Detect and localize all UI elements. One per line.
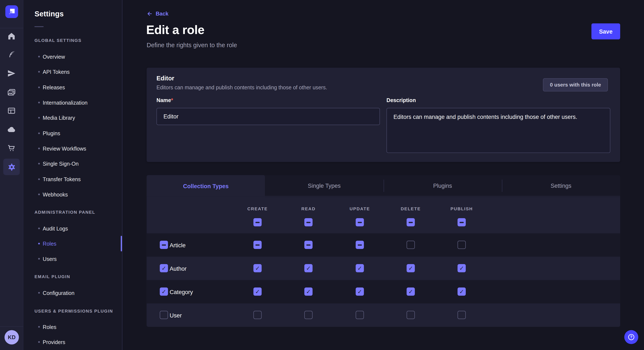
- row-checkbox-category[interactable]: [160, 288, 168, 296]
- sidebar-item-webhooks[interactable]: Webhooks: [24, 191, 122, 198]
- sidebar-item-roles-up[interactable]: Roles: [24, 323, 122, 331]
- sidebar-item-users[interactable]: Users: [24, 255, 122, 263]
- sidebar-item-audit-logs[interactable]: Audit Logs: [24, 225, 122, 232]
- bullet-icon: [38, 341, 40, 343]
- sidebar-item-configuration[interactable]: Configuration: [24, 289, 122, 297]
- name-label: Name*: [156, 97, 173, 103]
- cloud-icon[interactable]: [3, 121, 20, 138]
- permissions-tabbar: Collection Types Single Types Plugins Se…: [146, 175, 620, 196]
- tab-divider: [502, 180, 502, 192]
- bullet-icon: [38, 258, 40, 260]
- master-checkbox-update[interactable]: [356, 218, 364, 226]
- table-row-article: Article: [146, 233, 620, 257]
- sidebar-item-internationalization[interactable]: Internationalization: [24, 99, 122, 106]
- checkbox-author-update[interactable]: [356, 264, 364, 272]
- bullet-icon: [38, 133, 40, 134]
- save-button[interactable]: Save: [592, 23, 620, 39]
- row-checkbox-article[interactable]: [160, 241, 168, 249]
- tab-collection-types[interactable]: Collection Types: [146, 175, 265, 197]
- row-checkbox-author[interactable]: [160, 264, 168, 272]
- main-content: Back Edit a role Define the rights given…: [122, 0, 644, 350]
- sidebar-item-review-workflows[interactable]: Review Workflows: [24, 145, 122, 152]
- settings-sub-nav: Settings GLOBAL SETTINGS Overview API To…: [24, 0, 122, 350]
- subnav-title: Settings: [34, 10, 64, 18]
- tab-plugins[interactable]: Plugins: [383, 175, 502, 196]
- checkbox-category-delete[interactable]: [406, 288, 415, 296]
- checkbox-user-update[interactable]: [356, 311, 364, 319]
- settings-icon[interactable]: [3, 159, 20, 175]
- sidebar-item-single-sign-on[interactable]: Single Sign-On: [24, 160, 122, 167]
- main-nav: KD: [0, 0, 24, 350]
- sidebar-item-roles-admin[interactable]: Roles: [24, 240, 122, 247]
- checkbox-article-create[interactable]: [254, 241, 262, 249]
- column-header-publish: PUBLISH: [441, 206, 482, 211]
- checkbox-author-create[interactable]: [254, 264, 262, 272]
- page-subtitle: Define the rights given to the role: [146, 41, 237, 48]
- avatar[interactable]: KD: [4, 330, 19, 344]
- users-with-role-button[interactable]: 0 users with this role: [543, 78, 608, 91]
- bullet-icon: [38, 243, 40, 245]
- checkbox-user-publish[interactable]: [458, 311, 466, 319]
- description-textarea[interactable]: [386, 108, 610, 153]
- checkbox-author-delete[interactable]: [406, 264, 415, 272]
- home-icon[interactable]: [3, 28, 20, 44]
- sidebar-item-transfer-tokens[interactable]: Transfer Tokens: [24, 175, 122, 183]
- row-label: User: [170, 312, 182, 319]
- column-header-read: READ: [288, 206, 329, 211]
- checkbox-category-read[interactable]: [304, 288, 313, 296]
- bullet-icon: [38, 227, 40, 229]
- bullet-icon: [38, 292, 40, 294]
- checkbox-category-update[interactable]: [356, 288, 364, 296]
- checkbox-article-delete[interactable]: [406, 241, 415, 249]
- checkbox-user-delete[interactable]: [406, 311, 415, 319]
- checkbox-user-read[interactable]: [304, 311, 313, 319]
- row-checkbox-user[interactable]: [160, 311, 168, 319]
- checkbox-category-publish[interactable]: [458, 288, 466, 296]
- help-button[interactable]: ?: [624, 330, 638, 344]
- checkbox-author-publish[interactable]: [458, 264, 466, 272]
- tab-divider: [383, 180, 384, 192]
- marketplace-icon[interactable]: [3, 140, 20, 156]
- master-checkbox-create[interactable]: [254, 218, 262, 226]
- checkbox-article-update[interactable]: [356, 241, 364, 249]
- media-library-icon[interactable]: [3, 84, 20, 100]
- sidebar-item-overview[interactable]: Overview: [24, 53, 122, 60]
- row-label: Category: [170, 289, 193, 295]
- checkbox-user-create[interactable]: [254, 311, 262, 319]
- master-checkbox-read[interactable]: [304, 218, 313, 226]
- sidebar-item-plugins[interactable]: Plugins: [24, 130, 122, 137]
- checkbox-article-publish[interactable]: [458, 241, 466, 249]
- column-header-update: UPDATE: [339, 206, 380, 211]
- master-checkbox-publish[interactable]: [458, 218, 466, 226]
- strapi-logo[interactable]: [5, 5, 18, 18]
- bullet-icon: [38, 193, 40, 195]
- svg-text:?: ?: [630, 335, 632, 339]
- bullet-icon: [38, 117, 40, 119]
- table-row-user: User: [146, 303, 620, 327]
- tab-settings[interactable]: Settings: [502, 175, 620, 196]
- bullet-icon: [38, 87, 40, 88]
- avatar-initials: KD: [8, 334, 16, 341]
- sidebar-item-providers[interactable]: Providers: [24, 338, 122, 346]
- content-type-builder-icon[interactable]: [3, 46, 20, 63]
- section-email-plugin: EMAIL PLUGIN: [34, 274, 70, 279]
- role-title: Editor: [156, 75, 174, 82]
- checkbox-category-create[interactable]: [254, 288, 262, 296]
- section-global-settings: GLOBAL SETTINGS: [34, 38, 82, 42]
- name-input[interactable]: [156, 108, 380, 125]
- page-title: Edit a role: [146, 23, 204, 37]
- tab-single-types[interactable]: Single Types: [265, 175, 383, 196]
- deploy-icon[interactable]: [3, 65, 20, 82]
- back-arrow-icon: [146, 11, 153, 17]
- description-label: Description: [386, 97, 416, 103]
- checkbox-author-read[interactable]: [304, 264, 313, 272]
- master-checkbox-delete[interactable]: [406, 218, 415, 226]
- content-manager-icon[interactable]: [3, 103, 20, 119]
- subnav-scrollbar[interactable]: [121, 236, 122, 251]
- sidebar-item-releases[interactable]: Releases: [24, 84, 122, 91]
- sidebar-item-media-library[interactable]: Media Library: [24, 114, 122, 121]
- table-row-category: Category: [146, 280, 620, 303]
- back-link[interactable]: Back: [146, 11, 168, 17]
- checkbox-article-read[interactable]: [304, 241, 313, 249]
- sidebar-item-api-tokens[interactable]: API Tokens: [24, 68, 122, 75]
